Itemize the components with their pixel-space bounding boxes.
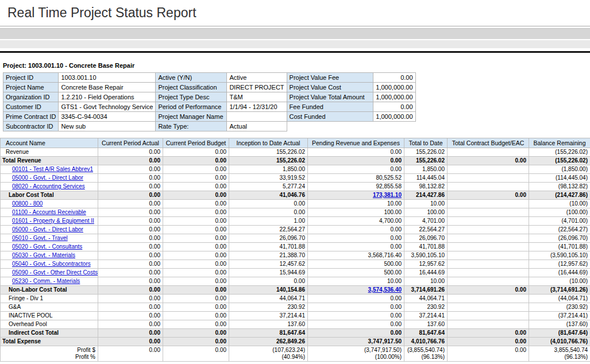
- value-cell: (10.00): [529, 200, 590, 208]
- value-cell: 21,388.70: [229, 251, 308, 260]
- account-name-cell: Overhead Pool: [1, 320, 98, 329]
- account-link[interactable]: 05010 - Govt. - Travel: [12, 235, 68, 241]
- account-name-cell: 08020 - Accounting Services: [1, 183, 98, 191]
- value-cell: (37,214.41): [529, 312, 590, 320]
- project-info-row: Project ID1003.001.10Active (Y/N)ActiveP…: [3, 73, 416, 83]
- value-cell: 5,277.24: [229, 183, 308, 191]
- pending-amount-link[interactable]: 173,381.10: [373, 192, 402, 198]
- value-cell: 3,590,105.10: [404, 251, 448, 260]
- info-label: Prime Contract ID: [3, 112, 59, 122]
- account-link[interactable]: 05090 - Govt - Other Direct Costs: [12, 269, 98, 276]
- account-row: 05000 - Govt. - Direct Labor0.000.0033,9…: [1, 174, 590, 183]
- project-info-row: Organization ID1.2.210 - Field Operation…: [3, 92, 416, 102]
- value-cell: 0.00: [448, 157, 529, 165]
- value-cell: [448, 243, 529, 251]
- profit-value-line: (100.00%): [309, 354, 402, 361]
- value-cell: 81,647.64: [404, 329, 448, 338]
- value-cell: 3,574,536.40: [308, 286, 404, 295]
- value-cell: 114,445.04: [404, 174, 448, 183]
- value-cell: 0.00: [308, 157, 404, 165]
- value-cell: 0.00: [98, 320, 163, 329]
- value-cell: 173,381.10: [308, 191, 404, 200]
- report-header-row: Account NameCurrent Period ActualCurrent…: [1, 138, 590, 148]
- value-cell: 92,855.58: [308, 183, 404, 191]
- profit-label: Profit %: [2, 354, 95, 361]
- account-name-cell: Non-Labor Cost Total: [1, 286, 98, 295]
- info-value: 1,000,000.00: [373, 83, 415, 92]
- value-cell: 26,096.70: [229, 234, 308, 243]
- value-cell: 0.00: [163, 226, 229, 234]
- value-cell: 230.92: [229, 303, 308, 312]
- value-cell: 0.00: [98, 251, 163, 260]
- value-cell: 0.00: [98, 200, 163, 208]
- account-name-cell: 01100 - Accounts Receivable: [1, 208, 98, 217]
- account-link[interactable]: 05030 - Govt. - Materials: [12, 252, 75, 258]
- column-header: Pending Revenue and Expenses: [308, 138, 404, 148]
- account-row: Revenue0.000.00155,226.020.00155,226.02(…: [1, 148, 590, 157]
- value-cell: 0.00: [308, 329, 404, 338]
- info-label: Project Name: [3, 83, 59, 92]
- value-cell: 500.00: [308, 260, 404, 269]
- value-cell: 140,154.86: [229, 286, 308, 295]
- value-cell: 0.00: [98, 338, 163, 346]
- profit-value-line: 0.00: [99, 347, 160, 354]
- value-cell: 0.00: [448, 191, 529, 200]
- pending-amount-link[interactable]: 3,574,536.40: [368, 286, 402, 293]
- value-cell: 0.00: [98, 269, 163, 277]
- value-cell: (41,701.88): [529, 243, 590, 251]
- value-cell: 0.00: [163, 251, 229, 260]
- value-cell: 0.00: [98, 191, 163, 200]
- account-link[interactable]: 05020 - Govt. - Consultants: [12, 243, 82, 250]
- value-cell: 0.00: [98, 243, 163, 251]
- value-cell: [448, 320, 529, 329]
- info-label: Project Manager Name: [156, 112, 227, 122]
- account-row: INACTIVE POOL0.000.0037,214.410.0037,214…: [1, 312, 590, 320]
- account-name-cell: 05020 - Govt. - Consultants: [1, 243, 98, 251]
- account-link[interactable]: 01100 - Accounts Receivable: [12, 209, 86, 215]
- value-cell: 100.00: [404, 208, 448, 217]
- value-cell: 0.00: [163, 217, 229, 226]
- value-cell: 0.00: [98, 260, 163, 269]
- account-link[interactable]: 01601 - Property & Equipment II: [12, 218, 94, 224]
- account-row: Fringe - Div 10.000.0044,064.710.0044,06…: [1, 295, 590, 303]
- column-header: Current Period Budget: [163, 138, 229, 148]
- account-name-cell: 05010 - Govt. - Travel: [1, 234, 98, 243]
- value-cell: (107,623.24)(40.94%): [229, 346, 308, 362]
- profit-value-line: (40.94%): [230, 354, 305, 361]
- project-info-row: Subcontractor IDNew subRate Type:Actual: [3, 122, 416, 131]
- profit-value-line: (3,855,540.74): [406, 347, 445, 354]
- account-link[interactable]: 05230 - Comm. - Materials: [12, 278, 80, 284]
- info-value: 1/1/94 - 12/31/20: [227, 102, 287, 112]
- report-page: { "page": { "title": "Real Time Project …: [0, 0, 590, 364]
- info-label: Fee Funded: [287, 102, 373, 112]
- value-cell: [448, 277, 529, 286]
- account-link[interactable]: 00800 - 800: [12, 200, 43, 207]
- info-value: Active: [227, 73, 287, 83]
- value-cell: 137.60: [229, 320, 308, 329]
- account-link[interactable]: 00101 - Test A/R Sales Abbrev1: [12, 166, 93, 172]
- value-cell: 26,096.70: [404, 234, 448, 243]
- account-row: 08020 - Accounting Services0.000.005,277…: [1, 183, 590, 191]
- toolbar-band-lower: [0, 40, 590, 48]
- profit-value-line: [99, 354, 160, 361]
- value-cell: 3,714,691.26: [404, 286, 448, 295]
- value-cell: 0.00: [98, 295, 163, 303]
- account-link[interactable]: 08020 - Accounting Services: [12, 183, 85, 189]
- account-link[interactable]: 05040 - Govt. - Subcontractors: [12, 261, 91, 267]
- value-cell: 12,957.62: [404, 260, 448, 269]
- value-cell: 0.00: [163, 191, 229, 200]
- value-cell: 41,046.76: [229, 191, 308, 200]
- account-name-cell: 01601 - Property & Equipment II: [1, 217, 98, 226]
- value-cell: 0.00: [229, 200, 308, 208]
- account-link[interactable]: 05000 - Govt. - Direct Labor: [12, 226, 83, 233]
- value-cell: 1,850.00: [404, 165, 448, 174]
- account-link[interactable]: 05000 - Govt. - Direct Labor: [12, 175, 83, 181]
- value-cell: 16,444.69: [404, 269, 448, 277]
- info-label: Rate Type:: [156, 122, 227, 131]
- value-cell: (155,226.02): [529, 148, 590, 157]
- value-cell: 0.00: [163, 338, 229, 346]
- value-cell: 98,132.82: [404, 183, 448, 191]
- value-cell: 0.00: [308, 295, 404, 303]
- value-cell: 0.00: [163, 174, 229, 183]
- value-cell: (137.60): [529, 320, 590, 329]
